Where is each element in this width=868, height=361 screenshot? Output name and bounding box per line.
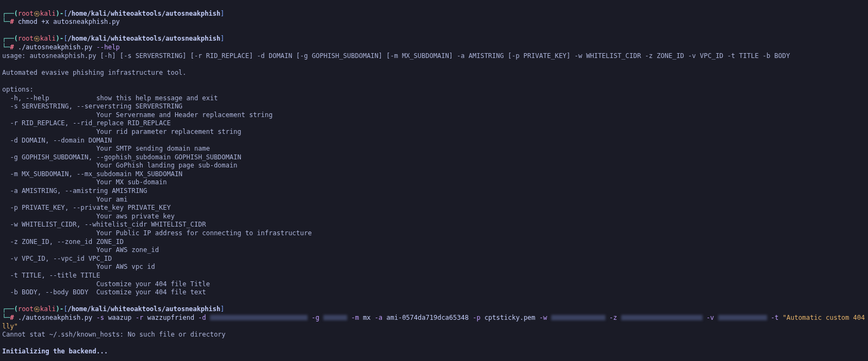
option-line: Customize your 404 file Title [2,280,210,288]
init-backend: Initializing the backend... [2,347,108,355]
command-run: ./autosneakphish.py [18,314,92,321]
option-line: Your aws private key [2,212,175,220]
option-line: -d DOMAIN, --domain DOMAIN [2,137,112,144]
option-line: -p PRIVATE_KEY, --private_key PRIVATE_KE… [2,204,171,211]
redacted-whitelist-cidr [551,315,605,320]
option-line: -h, --help show this help message and ex… [2,94,218,102]
option-line: -r RID_REPLACE, --rid_replace RID_REPLAC… [2,119,171,127]
option-line: Your AWS vpc id [2,263,155,270]
option-line: Your Public IP address for connecting to… [2,229,312,237]
command-help: ./autosneakphish.py [18,43,92,51]
option-line: -s SERVERSTRING, --serverstring SERVERST… [2,102,182,110]
option-line: -w WHITELIST_CIDR, --whitelist_cidr WHIT… [2,221,206,228]
prompt-line2: └─# ./autosneakphish.py -s waazup -r waz… [2,314,868,321]
option-line: Your AWS zone_id [2,246,159,254]
redacted-vpc-id [718,315,767,320]
option-line: Your GoPhish landing page sub-domain [2,162,237,169]
option-line: -z ZONE_ID, --zone_id ZONE_ID [2,238,124,246]
command-wrap: lly" [2,323,18,330]
prompt-line1: ┌──(root㉿kali)-[/home/kali/whiteoaktools… [2,10,224,17]
prompt-line1: ┌──(root㉿kali)-[/home/kali/whiteoaktools… [2,305,224,313]
prompt-line2: └─# chmod +x autosneakphish.py [2,18,120,25]
option-line: Your SMTP sending domain name [2,145,210,152]
option-line: Your Servername and Header replacement s… [2,111,273,119]
option-line: -t TITLE, --title TITLE [2,272,100,279]
redacted-domain [210,315,308,320]
option-line: -a AMISTRING, --amistring AMISTRING [2,187,147,195]
option-line: Your MX sub-domain [2,178,167,186]
prompt-line1: ┌──(root㉿kali)-[/home/kali/whiteoaktools… [2,35,224,42]
option-line: Your rid parameter replacement string [2,128,241,136]
prompt-line2: └─# ./autosneakphish.py --help [2,43,120,51]
usage-line: usage: autosneakphish.py [-h] [-s SERVER… [2,52,790,60]
option-line: -g GOPHISH_SUBDOMAIN, --gophish_subdomai… [2,153,241,161]
option-line: -v VPC_ID, --vpc_id VPC_ID [2,255,112,262]
redacted-zone-id [621,315,703,320]
redacted-gophish-subdomain [323,315,347,320]
command-chmod: chmod +x autosneakphish.py [18,18,120,25]
terminal-output[interactable]: ┌──(root㉿kali)-[/home/kali/whiteoaktools… [0,0,868,361]
option-line: -b BODY, --body BODY Customize your 404 … [2,288,206,296]
option-line: Your ami [2,196,127,203]
error-line: Cannot stat ~/.ssh/known_hosts: No such … [2,331,226,338]
options-header: options: [2,86,34,93]
option-line: -m MX_SUBDOMAIN, --mx_subdomain MX_SUBDO… [2,170,182,178]
description: Automated evasive phishing infrastructur… [2,69,187,76]
